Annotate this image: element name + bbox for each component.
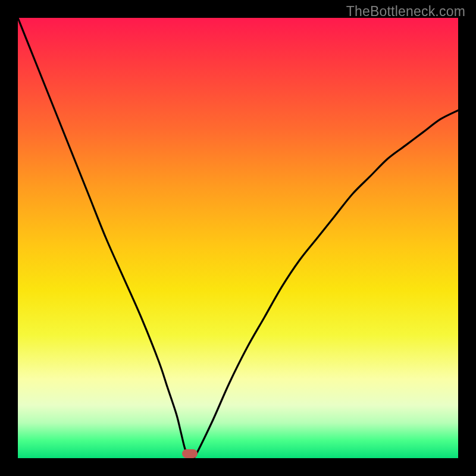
watermark-text: TheBottleneck.com xyxy=(346,4,465,20)
bottleneck-curve xyxy=(18,18,458,458)
optimum-marker xyxy=(182,449,198,458)
plot-area xyxy=(18,18,458,458)
chart-frame: TheBottleneck.com xyxy=(0,0,476,476)
